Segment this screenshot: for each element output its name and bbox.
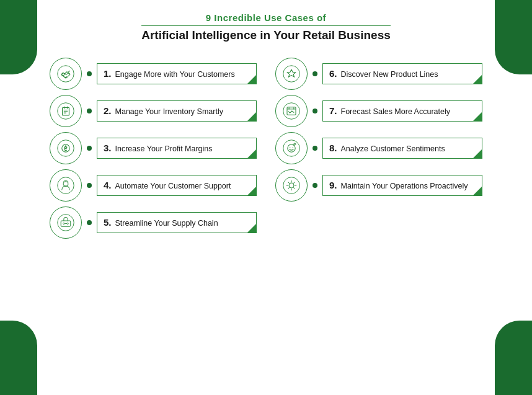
item-text: Analyze Customer Sentiments xyxy=(341,144,445,154)
svg-point-6 xyxy=(58,140,74,156)
svg-point-20 xyxy=(288,144,295,152)
item-number-text: 7.Forecast Sales More Accurately xyxy=(329,105,469,117)
svg-point-8 xyxy=(58,177,74,193)
item-label-box: 6.Discover New Product Lines xyxy=(322,63,482,85)
header-title: Artificial Intelligence in Your Retail B… xyxy=(141,29,391,42)
item-number-text: 6.Discover New Product Lines xyxy=(329,68,469,80)
list-item: 7.Forecast Sales More Accurately xyxy=(275,95,482,127)
item-number: 8. xyxy=(329,143,337,153)
bullet-dot xyxy=(313,109,317,113)
left-column: 1.Engage More with Your Customers 2.Mana… xyxy=(50,58,257,239)
list-item: 2.Manage Your Inventory Smartly xyxy=(50,95,257,127)
operations-icon xyxy=(275,169,308,202)
item-label-box: 8.Analyze Customer Sentiments xyxy=(322,138,482,159)
item-number: 3. xyxy=(104,143,112,153)
item-label-box: 7.Forecast Sales More Accurately xyxy=(322,100,482,122)
forecast-icon xyxy=(275,95,308,127)
bullet-dot xyxy=(313,183,317,188)
item-number-text: 1.Engage More with Your Customers xyxy=(104,68,244,80)
item-number-text: 8.Analyze Customer Sentiments xyxy=(329,143,469,154)
item-number-text: 5.Streamline Your Supply Chain xyxy=(104,217,244,229)
item-number: 7. xyxy=(329,105,337,116)
svg-point-0 xyxy=(58,66,74,82)
content-grid: 1.Engage More with Your Customers 2.Mana… xyxy=(50,58,482,239)
item-text: Maintain Your Operations Proactively xyxy=(341,181,468,192)
list-item: 3.Increase Your Profit Margins xyxy=(50,132,257,164)
item-number-text: 4.Automate Your Customer Support xyxy=(104,180,244,192)
item-number: 5. xyxy=(104,217,112,228)
corner-decoration-br xyxy=(495,321,532,395)
svg-point-10 xyxy=(58,215,74,231)
profit-icon xyxy=(50,132,82,164)
item-text: Manage Your Inventory Smartly xyxy=(115,107,223,117)
header-subtitle: 9 Incredible Use Cases of xyxy=(141,12,391,23)
svg-point-13 xyxy=(67,223,68,224)
bullet-dot xyxy=(87,109,92,113)
item-label-box: 4.Automate Your Customer Support xyxy=(97,175,257,197)
item-label-box: 1.Engage More with Your Customers xyxy=(97,63,257,85)
sentiment-icon xyxy=(275,132,308,164)
svg-point-26 xyxy=(283,177,299,193)
inventory-icon xyxy=(50,95,82,127)
list-item: 1.Engage More with Your Customers xyxy=(50,58,257,90)
item-label-box: 3.Increase Your Profit Margins xyxy=(97,138,257,159)
header-divider xyxy=(141,25,391,26)
page-header: 9 Incredible Use Cases of Artificial Int… xyxy=(141,12,391,42)
list-item: 5.Streamline Your Supply Chain xyxy=(50,206,257,239)
svg-rect-17 xyxy=(287,107,296,115)
svg-point-12 xyxy=(63,223,64,224)
svg-point-1 xyxy=(58,103,74,119)
list-item: 9.Maintain Your Operations Proactively xyxy=(275,169,482,202)
item-number-text: 2.Manage Your Inventory Smartly xyxy=(104,105,244,117)
item-label-box: 2.Manage Your Inventory Smartly xyxy=(97,100,257,122)
item-text: Forecast Sales More Accurately xyxy=(341,107,450,117)
corner-decoration-bl xyxy=(0,321,37,395)
item-number: 9. xyxy=(329,180,337,190)
handshake-icon xyxy=(50,58,82,90)
support-icon xyxy=(50,169,82,202)
list-item: 4.Automate Your Customer Support xyxy=(50,169,257,202)
item-text: Discover New Product Lines xyxy=(341,69,438,80)
item-text: Streamline Your Supply Chain xyxy=(115,218,218,229)
item-number: 6. xyxy=(329,68,337,79)
list-item: 8.Analyze Customer Sentiments xyxy=(275,132,482,164)
item-text: Engage More with Your Customers xyxy=(115,69,235,80)
bullet-dot xyxy=(313,146,317,151)
item-label-box: 9.Maintain Your Operations Proactively xyxy=(322,175,482,197)
bullet-dot xyxy=(313,71,317,76)
item-label-box: 5.Streamline Your Supply Chain xyxy=(97,212,257,234)
svg-point-21 xyxy=(290,147,291,148)
item-number: 4. xyxy=(104,180,112,190)
bullet-dot xyxy=(87,183,92,188)
item-number: 2. xyxy=(104,105,112,116)
supply-icon xyxy=(50,206,82,239)
corner-decoration-tl xyxy=(0,0,37,74)
svg-point-22 xyxy=(293,147,294,148)
svg-point-16 xyxy=(283,103,299,119)
bullet-dot xyxy=(87,71,92,76)
item-text: Increase Your Profit Margins xyxy=(115,144,213,154)
item-number-text: 3.Increase Your Profit Margins xyxy=(104,143,244,154)
svg-point-27 xyxy=(289,183,294,188)
item-number-text: 9.Maintain Your Operations Proactively xyxy=(329,180,469,192)
item-text: Automate Your Customer Support xyxy=(115,181,231,192)
bullet-dot xyxy=(87,146,92,151)
list-item: 6.Discover New Product Lines xyxy=(275,58,482,90)
right-column: 6.Discover New Product Lines 7.Forecast … xyxy=(275,58,482,239)
product-icon xyxy=(275,58,308,90)
svg-point-19 xyxy=(283,140,299,156)
svg-point-15 xyxy=(283,66,299,82)
item-number: 1. xyxy=(104,68,112,79)
corner-decoration-tr xyxy=(495,0,532,74)
bullet-dot xyxy=(87,220,92,225)
